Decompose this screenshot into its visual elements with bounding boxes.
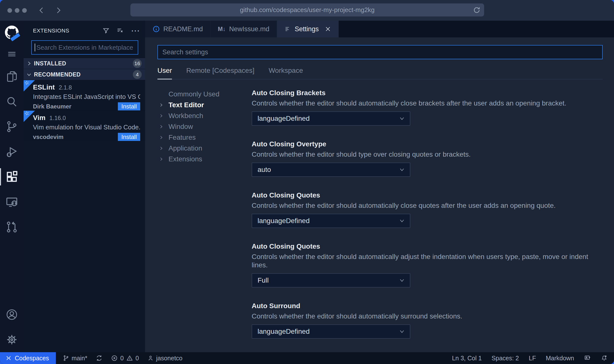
account-icon[interactable] — [0, 302, 24, 327]
setting-dropdown[interactable]: Full — [252, 273, 410, 288]
setting-dropdown[interactable]: languageDefined — [252, 214, 410, 228]
errors-count: 0 — [120, 355, 124, 362]
scope-user[interactable]: User — [157, 67, 172, 75]
eol-selector[interactable]: LF — [529, 355, 536, 362]
extension-list-item[interactable]: ☆ Vim 1.16.0 Vim emulation for Visual St… — [24, 110, 145, 141]
setting-dropdown[interactable]: languageDefined — [252, 111, 410, 126]
tab-readme[interactable]: README.md — [145, 21, 211, 37]
refresh-icon[interactable] — [473, 6, 481, 14]
remote-icon — [5, 355, 12, 361]
toc-workbench[interactable]: Workbench — [157, 110, 252, 121]
pull-requests-icon[interactable] — [0, 214, 24, 240]
scope-remote[interactable]: Remote [Codespaces] — [186, 67, 254, 75]
clear-extension-filter-icon[interactable] — [116, 27, 124, 34]
filter-icon[interactable] — [102, 27, 110, 34]
minimize-window-button[interactable] — [15, 8, 19, 13]
toc-features[interactable]: Features — [157, 132, 252, 143]
chevron-right-icon — [157, 113, 169, 118]
extension-name: ESLint — [33, 83, 55, 91]
extensions-sidebar: EXTENSIONS ⋯ — [24, 21, 145, 352]
scope-workspace[interactable]: Workspace — [269, 67, 303, 75]
tab-label: README.md — [163, 25, 203, 33]
warnings-count: 0 — [136, 355, 139, 362]
toc-text-editor[interactable]: Text Editor — [157, 100, 252, 110]
settings-scope-tabs: User Remote [Codespaces] Workspace — [157, 67, 603, 79]
toc-extensions[interactable]: Extensions — [157, 154, 252, 165]
traffic-lights[interactable] — [7, 8, 27, 13]
dropdown-value: languageDefined — [258, 115, 310, 122]
setting-auto-surround: Auto Surround Controls whether the edito… — [252, 302, 603, 339]
extensions-search-box[interactable] — [31, 40, 138, 55]
explorer-icon[interactable] — [0, 64, 24, 89]
editor-group: README.md M↓ NewIssue.md Settings — [145, 21, 614, 352]
toc-commonly-used[interactable]: Commonly Used — [157, 89, 252, 100]
source-control-icon[interactable] — [0, 114, 24, 139]
indentation-label: Spaces: 2 — [491, 355, 519, 362]
settings-gear-icon[interactable] — [0, 327, 24, 352]
extensions-icon[interactable] — [0, 164, 24, 189]
indentation[interactable]: Spaces: 2 — [491, 355, 519, 362]
github-codespaces-logo — [0, 21, 24, 44]
user-status[interactable]: jasonetco — [147, 355, 183, 362]
toc-label: Workbench — [169, 112, 203, 120]
menu-icon[interactable] — [0, 44, 24, 64]
setting-description: Controls whether the editor should autom… — [252, 253, 603, 269]
toc-label: Extensions — [169, 155, 202, 163]
setting-dropdown[interactable]: auto — [252, 163, 410, 177]
cursor-position[interactable]: Ln 3, Col 1 — [452, 355, 482, 362]
install-button[interactable]: Install — [118, 102, 140, 110]
close-window-button[interactable] — [7, 8, 12, 13]
feedback-status[interactable] — [584, 355, 591, 362]
eol-label: LF — [529, 355, 536, 362]
extension-list-item[interactable]: ☆ ESLint 2.1.8 Integrates ESLint JavaScr… — [24, 80, 145, 110]
toc-window[interactable]: Window — [157, 121, 252, 132]
run-debug-icon[interactable] — [0, 139, 24, 164]
setting-auto-closing-overtype: Auto Closing Overtype Controls whether t… — [252, 140, 603, 177]
section-installed[interactable]: INSTALLED 16 — [24, 58, 145, 69]
address-bar[interactable]: github.com/codespaces/user-my-project-mg… — [130, 3, 484, 16]
browser-chrome: github.com/codespaces/user-my-project-mg… — [0, 0, 614, 21]
remote-explorer-icon[interactable] — [0, 189, 24, 214]
tab-newissue[interactable]: M↓ NewIssue.md — [211, 21, 277, 37]
language-mode[interactable]: Markdown — [546, 355, 574, 362]
toc-label: Text Editor — [169, 101, 204, 109]
zoom-window-button[interactable] — [22, 8, 27, 13]
problems-status[interactable]: 0 0 — [111, 355, 139, 362]
chevron-down-icon — [399, 328, 405, 335]
url-text: github.com/codespaces/user-my-project-mg… — [240, 6, 375, 14]
chevron-right-icon — [157, 124, 169, 129]
more-actions-icon[interactable]: ⋯ — [131, 28, 140, 33]
tab-settings[interactable]: Settings — [277, 21, 339, 37]
remote-indicator[interactable]: Codespaces — [0, 352, 56, 364]
settings-editor-icon — [284, 26, 291, 32]
section-recommended[interactable]: RECOMMENDED 4 — [24, 69, 145, 80]
back-icon[interactable] — [38, 6, 46, 14]
settings-search-box[interactable] — [157, 45, 603, 59]
extensions-search-input[interactable] — [36, 44, 135, 52]
active-view-indicator — [0, 168, 1, 185]
setting-description: Controls whether the editor should type … — [252, 150, 603, 159]
toc-application[interactable]: Application — [157, 143, 252, 154]
chevron-down-icon — [399, 277, 405, 284]
close-tab-icon[interactable] — [325, 26, 331, 32]
install-button[interactable]: Install — [118, 133, 140, 141]
extension-version: 1.16.0 — [49, 115, 66, 121]
toc-label: Features — [169, 134, 196, 141]
toc-label: Application — [169, 144, 202, 152]
notifications-status[interactable] — [601, 355, 608, 362]
sync-status[interactable] — [96, 355, 103, 362]
forward-icon[interactable] — [54, 6, 62, 14]
branch-status[interactable]: main* — [63, 355, 87, 362]
settings-search-input[interactable] — [162, 48, 598, 56]
dropdown-value: Full — [258, 276, 269, 284]
extension-description: Integrates ESLint JavaScript into VS C..… — [33, 93, 140, 101]
chevron-right-icon — [157, 135, 169, 140]
setting-dropdown[interactable]: languageDefined — [252, 324, 410, 339]
chevron-right-icon — [157, 103, 169, 107]
setting-auto-closing-brackets: Auto Closing Brackets Controls whether t… — [252, 89, 603, 126]
branch-name: main* — [72, 355, 87, 362]
search-icon[interactable] — [0, 89, 24, 114]
setting-title: Auto Closing Brackets — [252, 89, 603, 97]
recommended-count-badge: 4 — [133, 70, 142, 79]
setting-auto-indent: Auto Closing Quotes Controls whether the… — [252, 242, 603, 288]
